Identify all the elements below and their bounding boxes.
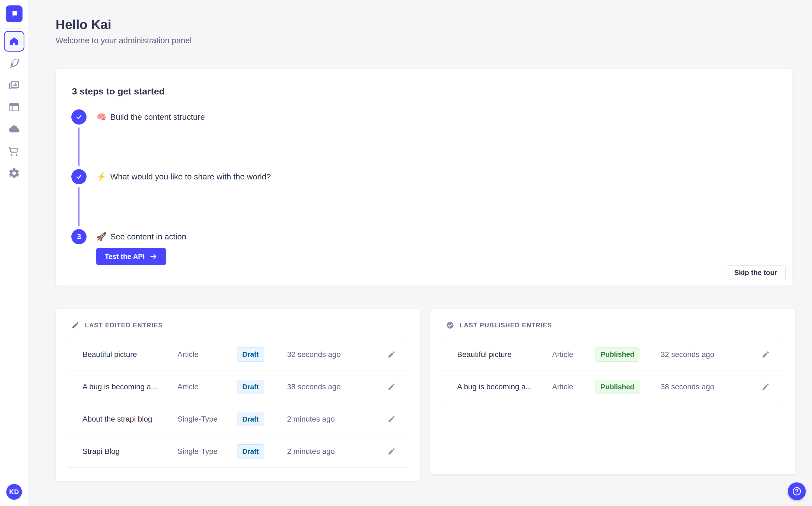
onboarding-card: 3 steps to get started 🧠Build the conten… (56, 69, 793, 285)
step-3-indicator: 3 (71, 229, 87, 244)
check-icon (76, 113, 83, 120)
entry-type: Single-Type (178, 415, 237, 423)
sidebar-item-marketplace[interactable] (0, 140, 28, 162)
pencil-icon (387, 415, 396, 423)
skip-tour-label: Skip the tour (734, 268, 777, 277)
onboarding-title: 3 steps to get started (72, 86, 165, 97)
status-badge: Draft (237, 347, 264, 361)
entry-name: A bug is becoming a... (457, 383, 552, 391)
status-badge: Draft (237, 380, 264, 394)
step-2-label: ⚡What would you like to share with the w… (96, 171, 271, 182)
step-3-number: 3 (77, 232, 81, 241)
entry-type: Article (178, 383, 237, 391)
last-published-panel: LAST PUBLISHED ENTRIES Beautiful picture… (430, 309, 796, 474)
sidebar-item-settings[interactable] (0, 162, 28, 184)
step-3-label: 🚀See content in action (96, 231, 186, 242)
step-1-text: Build the content structure (110, 112, 205, 121)
entry-time: 38 seconds ago (661, 383, 749, 391)
page-subtitle: Welcome to your administration panel (56, 36, 192, 45)
last-published-table: Beautiful picture Article Published 32 s… (442, 338, 782, 403)
skip-tour-button[interactable]: Skip the tour (726, 265, 786, 280)
pencil-icon (387, 350, 396, 359)
last-published-header: LAST PUBLISHED ENTRIES (446, 321, 552, 329)
entry-name: Beautiful picture (83, 350, 178, 359)
pencil-icon (71, 321, 80, 329)
help-button[interactable] (788, 482, 806, 500)
edit-entry-button[interactable] (385, 348, 398, 361)
test-api-button[interactable]: Test the API (96, 248, 166, 265)
table-row: Beautiful picture Article Draft 32 secon… (67, 338, 408, 370)
entry-type: Single-Type (178, 447, 237, 456)
brain-emoji: 🧠 (96, 112, 106, 121)
entry-type: Article (178, 350, 237, 359)
last-edited-table: Beautiful picture Article Draft 32 secon… (67, 338, 408, 468)
entry-time: 32 seconds ago (287, 350, 377, 359)
strapi-admin-app: KD Hello Kai Welcome to your administrat… (0, 0, 812, 506)
pencil-icon (387, 447, 396, 455)
layout-icon (8, 101, 20, 113)
status-badge: Draft (237, 444, 264, 458)
gear-icon (8, 167, 20, 179)
check-circle-icon (446, 321, 454, 329)
table-row: About the strapi blog Single-Type Draft … (67, 403, 408, 435)
last-edited-title: LAST EDITED ENTRIES (85, 322, 163, 329)
pictures-icon (8, 79, 20, 91)
pencil-icon (762, 383, 770, 391)
status-badge: Published (596, 380, 639, 394)
step-2-indicator (71, 169, 87, 184)
entry-type: Article (552, 383, 596, 391)
sidebar-nav (0, 30, 28, 184)
table-row: A bug is becoming a... Article Published… (442, 370, 782, 403)
home-icon (9, 36, 19, 47)
status-badge: Published (596, 347, 639, 361)
question-mark-icon (791, 486, 802, 497)
edit-entry-button[interactable] (385, 445, 398, 458)
edit-entry-button[interactable] (759, 348, 772, 361)
strapi-logo[interactable] (6, 5, 22, 22)
test-api-button-label: Test the API (105, 252, 144, 261)
edit-entry-button[interactable] (385, 413, 398, 426)
status-badge: Draft (237, 412, 264, 426)
entry-name: Strapi Blog (83, 447, 178, 456)
rocket-emoji: 🚀 (96, 232, 106, 241)
cart-icon (8, 145, 20, 157)
step-2-text: What would you like to share with the wo… (110, 172, 271, 181)
last-edited-header: LAST EDITED ENTRIES (71, 321, 163, 329)
entry-type: Article (552, 350, 596, 359)
feather-icon (8, 58, 20, 69)
edit-entry-button[interactable] (385, 380, 398, 393)
pencil-icon (762, 350, 770, 359)
table-row: Beautiful picture Article Published 32 s… (442, 338, 782, 370)
strapi-logo-icon (9, 9, 19, 19)
sidebar-divider (0, 28, 28, 28)
sidebar: KD (0, 0, 28, 506)
lightning-emoji: ⚡ (96, 172, 106, 181)
pencil-icon (387, 383, 396, 391)
main-content: Hello Kai Welcome to your administration… (28, 0, 812, 506)
sidebar-item-content-type-builder[interactable] (0, 96, 28, 118)
sidebar-item-media-library[interactable] (0, 74, 28, 96)
entry-name: A bug is becoming a... (83, 383, 178, 391)
arrow-right-icon (149, 252, 158, 261)
step-connector (78, 187, 80, 227)
entry-name: Beautiful picture (457, 350, 552, 359)
step-1-indicator (71, 109, 87, 124)
table-row: Strapi Blog Single-Type Draft 2 minutes … (67, 435, 408, 468)
entry-time: 38 seconds ago (287, 383, 377, 391)
last-edited-panel: LAST EDITED ENTRIES Beautiful picture Ar… (56, 309, 420, 481)
edit-entry-button[interactable] (759, 380, 772, 393)
sidebar-item-home[interactable] (0, 30, 28, 52)
sidebar-item-cloud[interactable] (0, 118, 28, 140)
cloud-icon (8, 123, 20, 136)
sidebar-item-content-manager[interactable] (0, 52, 28, 74)
entry-time: 32 seconds ago (661, 350, 749, 359)
table-row: A bug is becoming a... Article Draft 38 … (67, 370, 408, 403)
entry-time: 2 minutes ago (287, 447, 377, 456)
user-avatar[interactable]: KD (6, 484, 22, 500)
entry-time: 2 minutes ago (287, 415, 377, 423)
step-1-label: 🧠Build the content structure (96, 111, 205, 123)
step-3-text: See content in action (110, 232, 186, 241)
check-icon (76, 173, 83, 180)
last-published-title: LAST PUBLISHED ENTRIES (460, 322, 552, 329)
entry-name: About the strapi blog (83, 415, 178, 423)
